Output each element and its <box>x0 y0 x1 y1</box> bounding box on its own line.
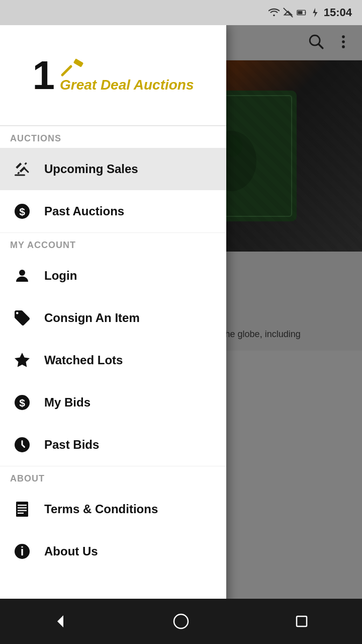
document-icon <box>10 497 34 521</box>
drawer-overlay: 1 Great Deal Auctions AUCTIONS <box>0 25 362 644</box>
section-about: ABOUT <box>0 466 226 488</box>
menu-item-past-bids[interactable]: Past Bids <box>0 424 226 466</box>
clock-icon <box>10 433 34 457</box>
logo-text: Great Deal Auctions <box>60 77 194 93</box>
back-button[interactable] <box>45 606 75 636</box>
svg-rect-25 <box>16 502 28 517</box>
svg-rect-34 <box>297 616 307 626</box>
navigation-bar <box>0 599 362 644</box>
wifi-icon <box>268 7 280 18</box>
info-circle-icon: i <box>10 539 34 564</box>
menu-item-login[interactable]: Login <box>0 255 226 297</box>
home-button[interactable] <box>166 606 196 636</box>
person-icon <box>10 264 34 288</box>
menu-label-consign: Consign An Item <box>44 311 140 325</box>
section-auctions: AUCTIONS <box>0 126 226 148</box>
recents-button[interactable] <box>287 606 317 636</box>
menu-item-consign[interactable]: Consign An Item <box>0 297 226 339</box>
menu-item-past-auctions[interactable]: $ Past Auctions <box>0 190 226 232</box>
logo-number: 1 <box>32 55 55 96</box>
svg-rect-26 <box>18 505 27 506</box>
svg-text:$: $ <box>19 397 25 409</box>
menu-item-watched-lots[interactable]: Watched Lots <box>0 339 226 381</box>
menu-item-upcoming-sales[interactable]: Upcoming Sales <box>0 148 226 190</box>
hammer-icon <box>60 57 85 77</box>
tag-icon <box>10 306 34 330</box>
status-time: 15:04 <box>324 6 352 19</box>
battery-icon <box>297 7 308 18</box>
menu-label-past-bids: Past Bids <box>44 438 99 452</box>
section-my-account: MY ACCOUNT <box>0 232 226 255</box>
status-bar: 15:04 <box>0 0 362 25</box>
svg-text:i: i <box>21 544 24 558</box>
drawer-dim[interactable] <box>226 25 362 644</box>
star-icon <box>10 348 34 372</box>
dollar-circle-icon: $ <box>10 199 34 223</box>
signal-off-icon <box>283 7 294 18</box>
svg-point-0 <box>273 15 275 17</box>
gavel-icon <box>10 157 34 181</box>
menu-item-about-us[interactable]: i About Us <box>0 530 226 573</box>
svg-marker-32 <box>57 615 63 627</box>
menu-label-terms: Terms & Conditions <box>44 502 158 516</box>
svg-line-17 <box>62 66 71 75</box>
app-logo: 1 Great Deal Auctions <box>0 25 226 126</box>
svg-rect-27 <box>18 507 27 508</box>
menu-label-login: Login <box>44 269 77 283</box>
menu-label-watched-lots: Watched Lots <box>44 353 123 367</box>
navigation-drawer: 1 Great Deal Auctions AUCTIONS <box>0 25 226 644</box>
svg-rect-18 <box>15 175 25 176</box>
svg-rect-16 <box>73 58 84 67</box>
menu-label-past-auctions: Past Auctions <box>44 204 124 218</box>
menu-item-terms[interactable]: Terms & Conditions <box>0 488 226 530</box>
svg-rect-28 <box>18 510 27 511</box>
svg-text:$: $ <box>19 206 25 217</box>
svg-point-21 <box>19 270 25 276</box>
bid-dollar-icon: $ <box>10 390 34 415</box>
menu-label-my-bids: My Bids <box>44 395 90 410</box>
menu-item-my-bids[interactable]: $ My Bids <box>0 381 226 424</box>
status-icons <box>268 7 319 18</box>
charging-icon <box>311 7 319 18</box>
svg-point-33 <box>174 614 188 628</box>
menu-label-upcoming-sales: Upcoming Sales <box>44 162 138 176</box>
svg-rect-2 <box>298 11 302 14</box>
svg-rect-29 <box>18 513 24 514</box>
menu-label-about-us: About Us <box>44 544 98 558</box>
